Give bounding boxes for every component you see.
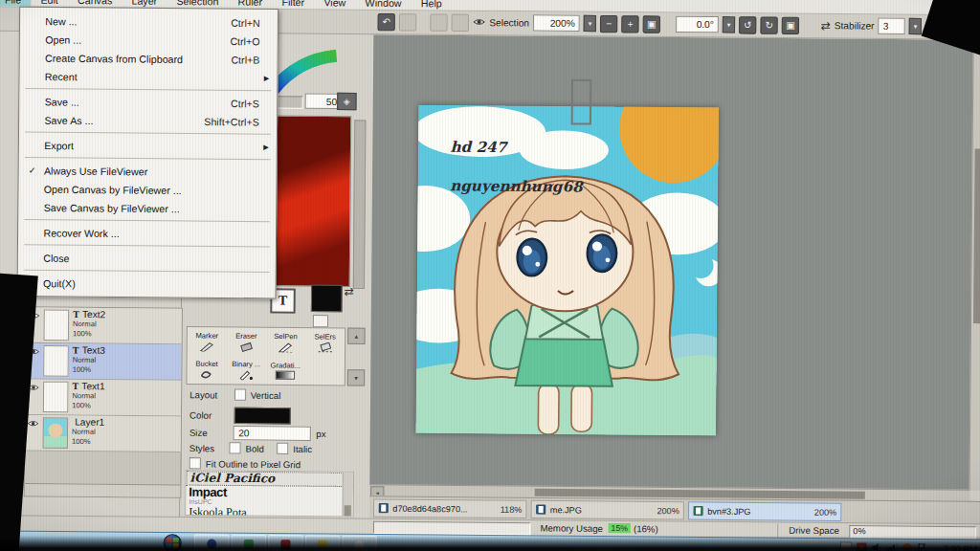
font-list-scrollbar[interactable]	[343, 473, 354, 517]
taskbar-app-button[interactable]	[194, 534, 230, 551]
canvas-artwork[interactable]: hd 247 nguyennhung68	[415, 105, 719, 436]
volume-icon[interactable]	[871, 543, 881, 551]
doc-tab-1[interactable]: d70e8d64a8c970... 118%	[373, 498, 527, 518]
taskbar-app-button[interactable]	[231, 535, 266, 551]
saturation-value-square[interactable]	[273, 116, 352, 287]
layer-thumbnail	[43, 382, 69, 413]
undo-icon[interactable]: ↶	[377, 12, 394, 30]
slider-option-icon[interactable]: ◈	[337, 93, 356, 110]
tool-scroll-down-icon[interactable]: ▾	[347, 369, 365, 386]
menu-item-open-canvas-fileviewer[interactable]: Open Canvas by FileViewer ...	[18, 179, 276, 200]
selection-eye-icon[interactable]	[473, 16, 485, 28]
rotate-ccw-button[interactable]: ↺	[739, 16, 756, 33]
vertical-scroll-thumb[interactable]	[973, 148, 980, 323]
layers-scrollbar[interactable]	[25, 483, 181, 497]
size-input[interactable]: 20	[234, 426, 311, 441]
text-color-swatch[interactable]	[234, 408, 290, 425]
close-button[interactable]: ✕	[972, 1, 980, 13]
zoom-dropdown-icon[interactable]: ▾	[584, 15, 596, 32]
menu-item-recent[interactable]: Recent▶	[19, 67, 277, 88]
stabilizer-value-field[interactable]: 3	[879, 17, 906, 34]
tool-marker[interactable]: Marker	[188, 327, 227, 356]
panel-scroll-strip[interactable]	[353, 120, 367, 289]
angle-dropdown-icon[interactable]: ▾	[723, 16, 735, 33]
rotate-reset-button[interactable]: ▣	[782, 16, 799, 33]
doc-tab-2[interactable]: me.JPG 200%	[530, 500, 684, 520]
tool-eraser[interactable]: Eraser	[227, 327, 266, 356]
app-icon	[354, 540, 364, 549]
font-item[interactable]: Iskoola Pota	[186, 506, 353, 518]
bold-label: Bold	[245, 443, 263, 453]
layout-row: Layout Vertical	[189, 388, 280, 401]
canvas-signature-line2: nguyennhung68	[450, 177, 584, 195]
tool-selpen[interactable]: SelPen	[266, 328, 305, 357]
tool-gradation[interactable]: Gradati...	[266, 356, 305, 385]
canvas-viewport[interactable]: hd 247 nguyennhung68	[369, 34, 973, 490]
angle-value-field[interactable]: 0.0°	[676, 16, 719, 33]
redo-icon[interactable]	[399, 13, 416, 31]
eye-icon[interactable]	[25, 415, 41, 451]
layer-row-text3[interactable]: TText3 Normal 100%	[26, 343, 182, 381]
eye-icon[interactable]	[26, 307, 42, 342]
menu-item-recover-work[interactable]: Recover Work ...	[18, 223, 276, 244]
menu-item-export[interactable]: Export▶	[19, 136, 277, 157]
zoom-value-field[interactable]: 200%	[533, 14, 580, 32]
menu-item-close[interactable]: Close	[18, 248, 276, 269]
doc-tab-name: me.JPG	[550, 505, 582, 515]
menu-window[interactable]: Window	[355, 0, 411, 10]
text-cursor-box	[571, 79, 592, 125]
zoom-fit-button[interactable]: ▣	[643, 15, 660, 33]
menu-item-new[interactable]: New ...Ctrl+N	[20, 11, 278, 33]
menu-ruler[interactable]: Ruler	[228, 0, 272, 9]
doc-tab-3-active[interactable]: bvn#3.JPG 200%	[688, 501, 842, 521]
fit-outline-checkbox[interactable]	[189, 457, 201, 469]
vertical-checkbox[interactable]	[234, 388, 245, 400]
taskbar-app-button[interactable]	[342, 536, 377, 551]
tool-scroll-up-icon[interactable]: ▴	[347, 328, 365, 344]
menu-item-open[interactable]: Open ...Ctrl+O	[20, 30, 278, 51]
antivirus-icon[interactable]: v	[857, 542, 866, 551]
italic-checkbox[interactable]	[277, 443, 288, 454]
menu-help[interactable]: Help	[412, 0, 452, 11]
menu-item-create-canvas-clipboard[interactable]: Create Canvas from ClipboardCtrl+B	[20, 48, 278, 69]
flip-icon[interactable]: ⇄	[820, 18, 830, 32]
background-color-swatch[interactable]	[313, 315, 328, 327]
eye-icon[interactable]	[26, 379, 42, 414]
pen-stroke-icon: ╲	[939, 20, 946, 33]
tool-selers[interactable]: SelErs	[305, 328, 345, 357]
menu-filter[interactable]: Filter	[272, 0, 314, 9]
rotate-cw-button[interactable]: ↻	[760, 16, 777, 33]
tool-binary[interactable]: Binary ...	[226, 356, 265, 385]
eye-icon[interactable]	[26, 343, 42, 379]
minimize-button[interactable]: –	[939, 1, 953, 13]
swap-colors-icon[interactable]: ⇄	[345, 285, 354, 298]
stabilizer-dropdown-icon[interactable]: ▾	[909, 18, 922, 34]
taskbar-app-button[interactable]	[268, 535, 303, 551]
network-icon[interactable]	[887, 543, 898, 551]
menu-item-always-use-fileviewer[interactable]: ✓Always Use FileViewer	[19, 161, 277, 182]
taskbar-clock[interactable]: 7:30 PM	[943, 543, 977, 551]
tool-bucket[interactable]: Bucket	[187, 356, 226, 385]
layer-row-text1[interactable]: TText1 Normal 100%	[26, 379, 182, 416]
zoom-out-button[interactable]: −	[600, 14, 617, 32]
menu-separator	[24, 244, 270, 247]
layer-row-layer1[interactable]: Layer1 Normal 100%	[25, 415, 181, 452]
restore-button[interactable]: ❐	[956, 1, 970, 13]
menu-item-save-canvas-fileviewer[interactable]: Save Canvas by FileViewer ...	[18, 198, 276, 219]
taskbar-app-button[interactable]	[305, 535, 341, 551]
menu-view[interactable]: View	[314, 0, 355, 10]
zoom-in-button[interactable]: ＋	[621, 15, 638, 33]
browser-icon[interactable]	[902, 543, 912, 551]
start-button[interactable]	[163, 534, 181, 551]
bold-checkbox[interactable]	[229, 442, 240, 453]
layer-row-text2[interactable]: TText2 Normal 100%	[26, 307, 182, 344]
menu-item-quit[interactable]: Quit(X)	[18, 274, 276, 295]
menu-item-save-as[interactable]: Save As ...Shift+Ctrl+S	[19, 110, 277, 131]
menu-item-save[interactable]: Save ...Ctrl+S	[19, 92, 277, 113]
tray-hidden-icons[interactable]	[840, 541, 852, 551]
fit-outline-row: Fit Outline to Pixel Grid	[189, 457, 301, 470]
action-center-flag-icon[interactable]	[917, 543, 926, 551]
foreground-color-swatch[interactable]	[311, 285, 343, 313]
text-layer-icon: T	[73, 344, 79, 355]
color-label: Color	[189, 409, 212, 420]
